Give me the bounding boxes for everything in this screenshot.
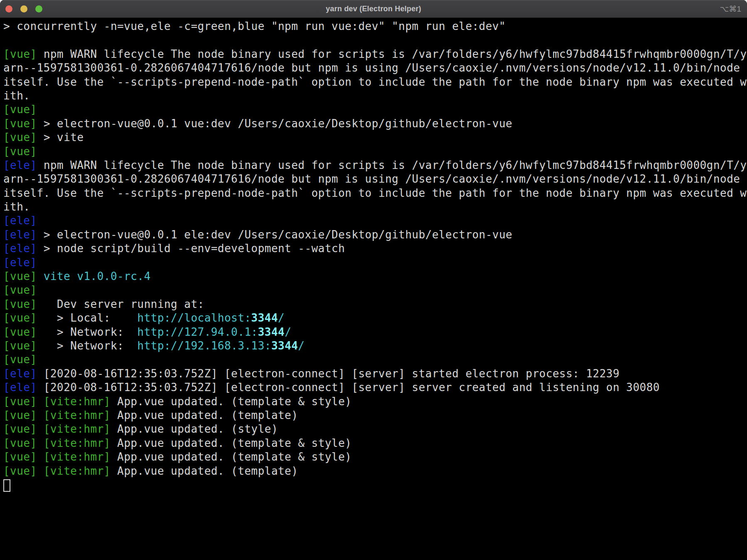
terminal-line: [ele] [2020-08-16T12:35:03.752Z] [electr…: [3, 381, 747, 394]
terminal-text-segment: [vue]: [3, 326, 37, 338]
terminal-text-segment: itself. Use the `--scripts-prepend-node-…: [3, 187, 747, 199]
terminal-text-segment: [ele]: [3, 159, 37, 171]
terminal-text-segment: [vue]: [3, 409, 37, 421]
terminal-text-segment: > electron-vue@0.0.1 ele:dev /Users/caox…: [37, 228, 512, 241]
terminal-line: arn--1597581300361-0.2826067404717616/no…: [3, 61, 747, 75]
terminal-line: arn--1597581300361-0.2826067404717616/no…: [3, 172, 747, 186]
terminal-text-segment: [vite:hmr]: [44, 437, 111, 449]
terminal-text-segment: [2020-08-16T12:35:03.752Z] [electron-con…: [37, 381, 660, 394]
terminal-text-segment: > Network:: [37, 339, 138, 352]
terminal-line: [vue]: [3, 145, 747, 159]
terminal-text-segment: arn--1597581300361-0.2826067404717616/no…: [3, 173, 740, 185]
terminal-text-segment: [37, 437, 44, 449]
terminal-text-segment: /: [278, 312, 284, 324]
terminal-line: [ele] [2020-08-16T12:35:03.752Z] [electr…: [3, 367, 747, 381]
terminal-text-segment: [37, 451, 44, 463]
terminal-text-segment: App.vue updated. (template): [111, 465, 298, 477]
terminal-line: [vue] > Local: http://localhost:3344/: [3, 311, 747, 325]
terminal-line: [vue] > Network: http://127.94.0.1:3344/: [3, 325, 747, 339]
terminal-text-segment: [ele]: [3, 228, 37, 241]
terminal-text-segment: 3344: [258, 326, 284, 338]
terminal-text-segment: > Network:: [37, 326, 138, 338]
terminal-text-segment: 3344: [251, 312, 278, 324]
terminal-text-segment: [vue]: [3, 437, 37, 449]
terminal-text-segment: App.vue updated. (template): [111, 409, 298, 421]
terminal-text-segment: [vue]: [3, 353, 37, 366]
terminal-line: [vue] [vite:hmr] App.vue updated. (templ…: [3, 409, 747, 422]
terminal-line: [vue] Dev server running at:: [3, 297, 747, 311]
terminal-line: > concurrently -n=vue,ele -c=green,blue …: [3, 20, 747, 33]
terminal-text-segment: http://localhost:: [137, 312, 251, 324]
terminal-line: [vue] [vite:hmr] App.vue updated. (templ…: [3, 436, 747, 450]
terminal-line: [3, 478, 747, 492]
terminal-line: [vue] [vite:hmr] App.vue updated. (templ…: [3, 464, 747, 478]
terminal-text-segment: [vue]: [3, 423, 37, 435]
terminal-line: itself. Use the `--scripts-prepend-node-…: [3, 75, 747, 89]
terminal-line: [vue] [vite:hmr] App.vue updated. (style…: [3, 422, 747, 436]
tab-shortcut-label: ⌥⌘1: [720, 0, 741, 17]
terminal-text-segment: itself. Use the `--scripts-prepend-node-…: [3, 76, 747, 88]
terminal-text-segment: vite v1.0.0-rc.4: [44, 270, 151, 282]
terminal-text-segment: [vue]: [3, 284, 37, 296]
terminal-text-segment: [vue]: [3, 395, 37, 408]
terminal-text-segment: Dev server running at:: [37, 298, 205, 310]
terminal-line: [vue] > electron-vue@0.0.1 vue:dev /User…: [3, 117, 747, 131]
close-button[interactable]: [5, 5, 12, 12]
terminal-text-segment: 3344: [271, 339, 298, 352]
terminal-text-segment: [37, 465, 44, 477]
terminal-text-segment: [vue]: [3, 339, 37, 352]
terminal-text-segment: [ele]: [3, 242, 37, 255]
terminal-text-segment: ith.: [3, 201, 30, 213]
terminal-text-segment: [vite:hmr]: [44, 465, 111, 477]
terminal-text-segment: > node script/build --env=development --…: [37, 242, 345, 255]
terminal-line: [vue] vite v1.0.0-rc.4: [3, 270, 747, 283]
window-title: yarn dev (Electron Helper): [0, 0, 747, 17]
terminal-text-segment: [vue]: [3, 465, 37, 477]
terminal-text-segment: App.vue updated. (template & style): [111, 451, 352, 463]
terminal-text-segment: [vue]: [3, 312, 37, 324]
terminal-text-segment: /: [298, 339, 305, 352]
terminal-output[interactable]: > concurrently -n=vue,ele -c=green,blue …: [0, 18, 747, 560]
terminal-text-segment: arn--1597581300361-0.2826067404717616/no…: [3, 62, 740, 74]
terminal-line: [ele] > electron-vue@0.0.1 ele:dev /User…: [3, 228, 747, 242]
terminal-text-segment: > electron-vue@0.0.1 vue:dev /Users/caox…: [37, 117, 512, 130]
terminal-line: [vue]: [3, 283, 747, 297]
terminal-text-segment: http://192.168.3.13:: [137, 339, 271, 352]
terminal-text-segment: App.vue updated. (template & style): [111, 437, 352, 449]
terminal-line: [vue] [vite:hmr] App.vue updated. (templ…: [3, 450, 747, 464]
terminal-line: [vue] > vite: [3, 131, 747, 144]
terminal-text-segment: [37, 423, 44, 435]
terminal-text-segment: [37, 395, 44, 408]
terminal-text-segment: [vue]: [3, 451, 37, 463]
zoom-button[interactable]: [35, 5, 42, 12]
terminal-text-segment: [ele]: [3, 256, 37, 269]
terminal-text-segment: [37, 270, 44, 282]
terminal-text-segment: [ele]: [3, 381, 37, 394]
terminal-text-segment: npm WARN lifecycle The node binary used …: [37, 159, 747, 171]
terminal-window: yarn dev (Electron Helper) ⌥⌘1 > concurr…: [0, 0, 747, 560]
terminal-text-segment: ith.: [3, 89, 30, 102]
terminal-line: [3, 33, 747, 47]
terminal-text-segment: [vue]: [3, 145, 37, 158]
terminal-text-segment: [vite:hmr]: [44, 423, 111, 435]
terminal-text-segment: [vue]: [3, 131, 37, 144]
terminal-text-segment: > vite: [37, 131, 84, 144]
terminal-text-segment: [vue]: [3, 103, 37, 116]
terminal-line: [ele]: [3, 214, 747, 228]
terminal-text-segment: App.vue updated. (template & style): [111, 395, 352, 408]
terminal-line: ith.: [3, 200, 747, 214]
terminal-text-segment: http://127.94.0.1:: [137, 326, 258, 338]
minimize-button[interactable]: [20, 5, 27, 12]
terminal-line: itself. Use the `--scripts-prepend-node-…: [3, 186, 747, 200]
terminal-line: [ele] npm WARN lifecycle The node binary…: [3, 159, 747, 172]
terminal-text-segment: [vue]: [3, 270, 37, 282]
terminal-text-segment: App.vue updated. (style): [111, 423, 278, 435]
terminal-text-segment: [vue]: [3, 48, 37, 60]
terminal-text-segment: > Local:: [37, 312, 138, 324]
traffic-lights: [5, 0, 42, 17]
terminal-line: ith.: [3, 89, 747, 103]
screen: yarn dev (Electron Helper) ⌥⌘1 > concurr…: [0, 0, 747, 560]
terminal-text-segment: [ele]: [3, 214, 37, 227]
terminal-cursor: [3, 479, 10, 492]
window-titlebar[interactable]: yarn dev (Electron Helper) ⌥⌘1: [0, 0, 747, 18]
